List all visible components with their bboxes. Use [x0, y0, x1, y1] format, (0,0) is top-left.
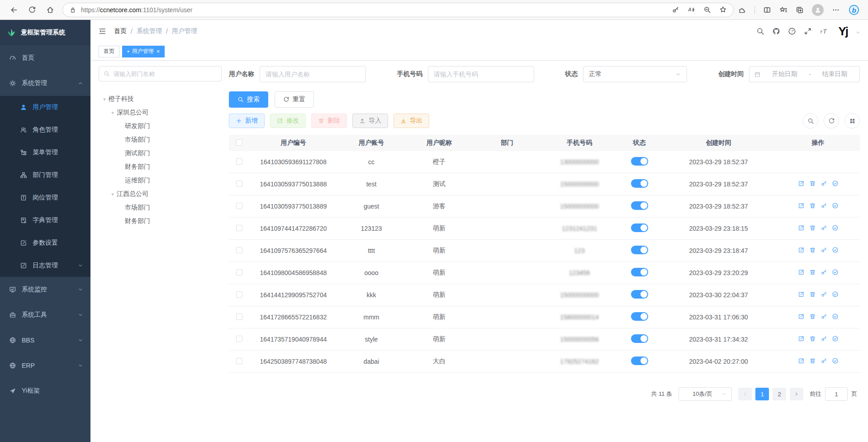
page-button-1[interactable]: 1 — [755, 388, 769, 400]
delete-icon[interactable] — [809, 224, 816, 231]
edit-icon[interactable] — [798, 224, 805, 231]
table-search-button[interactable] — [803, 113, 818, 128]
zoom-out-icon[interactable] — [703, 6, 711, 14]
extensions-icon[interactable] — [738, 6, 746, 14]
row-checkbox[interactable] — [236, 181, 242, 187]
browser-profile-avatar[interactable] — [812, 4, 824, 16]
fullscreen-icon[interactable] — [804, 27, 812, 35]
edit-icon[interactable] — [798, 202, 805, 209]
delete-icon[interactable] — [809, 335, 816, 342]
reset-password-icon[interactable] — [821, 357, 827, 364]
status-toggle[interactable] — [631, 157, 648, 166]
read-aloud-icon[interactable]: A — [688, 6, 695, 14]
sidebar-item-dict-mgmt[interactable]: 字典管理 — [0, 209, 90, 232]
sidebar-item-tools[interactable]: 系统工具 — [0, 302, 90, 328]
assign-role-icon[interactable] — [832, 224, 839, 231]
assign-role-icon[interactable] — [832, 180, 839, 187]
tree-node[interactable]: 运维部门 — [99, 174, 222, 187]
export-button[interactable]: 导出 — [394, 114, 429, 128]
prev-page-button[interactable] — [738, 388, 752, 400]
delete-icon[interactable] — [809, 180, 816, 187]
sidebar-item-user-mgmt[interactable]: 用户管理 — [0, 96, 90, 119]
table-refresh-button[interactable] — [824, 113, 839, 128]
tree-node[interactable]: ▾深圳总公司 — [99, 106, 222, 119]
select-all-checkbox[interactable] — [236, 139, 242, 146]
assign-role-icon[interactable] — [832, 269, 839, 276]
status-toggle[interactable] — [631, 334, 648, 343]
tree-node[interactable]: ▾橙子科技 — [99, 92, 222, 106]
status-toggle[interactable] — [631, 201, 648, 210]
reset-button[interactable]: 重置 — [275, 91, 314, 108]
tree-node[interactable]: 研发部门 — [99, 119, 222, 133]
search-icon[interactable] — [756, 27, 764, 35]
sidebar-item-log-mgmt[interactable]: 日志管理 — [0, 254, 90, 277]
search-button[interactable]: 搜索 — [229, 91, 268, 108]
status-toggle[interactable] — [631, 179, 648, 188]
delete-button[interactable]: 删除 — [311, 114, 347, 128]
reset-password-icon[interactable] — [821, 247, 827, 253]
browser-home-icon[interactable] — [46, 6, 54, 14]
sidebar-item-dept-mgmt[interactable]: 部门管理 — [0, 164, 90, 186]
add-button[interactable]: 新增 — [229, 114, 265, 128]
delete-icon[interactable] — [809, 202, 816, 209]
font-size-icon[interactable]: TT — [820, 27, 828, 35]
user-avatar[interactable]: Yj — [838, 25, 848, 37]
sidebar-item-system[interactable]: 系统管理 — [0, 71, 90, 96]
assign-role-icon[interactable] — [832, 247, 839, 253]
reset-password-icon[interactable] — [821, 291, 827, 298]
breadcrumb-item[interactable]: 系统管理 — [137, 27, 162, 35]
sidebar-item-post-mgmt[interactable]: 岗位管理 — [0, 186, 90, 209]
edit-icon[interactable] — [798, 357, 805, 364]
next-page-button[interactable] — [790, 388, 803, 400]
row-checkbox[interactable] — [236, 314, 242, 320]
row-checkbox[interactable] — [236, 336, 242, 342]
reset-password-icon[interactable] — [821, 313, 827, 320]
sidebar-item-yi-framework[interactable]: Yi框架 — [0, 378, 90, 404]
edit-icon[interactable] — [798, 269, 805, 276]
sidebar-item-param-settings[interactable]: 参数设置 — [0, 232, 90, 254]
sidebar-item-menu-mgmt[interactable]: 菜单管理 — [0, 141, 90, 164]
tree-node[interactable]: 财务部门 — [99, 214, 222, 228]
sidebar-item-bbs[interactable]: BBS — [0, 328, 90, 353]
tree-node[interactable]: 测试部门 — [99, 147, 222, 160]
status-toggle[interactable] — [631, 356, 648, 365]
github-icon[interactable] — [772, 27, 780, 35]
caret-down-icon[interactable]: ▾ — [109, 110, 117, 116]
address-bar[interactable]: https://ccnetcore.com:1101/system/user A — [62, 3, 734, 17]
edit-icon[interactable] — [798, 313, 805, 320]
tab-user-mgmt[interactable]: ● 用户管理 × — [122, 46, 165, 57]
assign-role-icon[interactable] — [832, 291, 839, 298]
tree-node[interactable]: 市场部门 — [99, 201, 222, 214]
edit-icon[interactable] — [798, 335, 805, 342]
row-checkbox[interactable] — [236, 247, 242, 253]
tab-home[interactable]: 首页 — [99, 46, 119, 57]
row-checkbox[interactable] — [236, 158, 242, 165]
date-range-picker[interactable]: 开始日期 - 结束日期 — [749, 66, 860, 82]
edit-icon[interactable] — [798, 247, 805, 253]
delete-icon[interactable] — [809, 357, 816, 364]
row-checkbox[interactable] — [236, 225, 242, 231]
sidebar-item-role-mgmt[interactable]: 角色管理 — [0, 119, 90, 141]
browser-reload-icon[interactable] — [28, 6, 36, 14]
edit-button[interactable]: 修改 — [270, 114, 306, 128]
tree-node[interactable]: 财务部门 — [99, 160, 222, 174]
tree-node[interactable]: ▾江西总公司 — [99, 187, 222, 201]
delete-icon[interactable] — [809, 247, 816, 253]
assign-role-icon[interactable] — [832, 357, 839, 364]
edit-icon[interactable] — [798, 180, 805, 187]
status-toggle[interactable] — [631, 268, 648, 276]
caret-down-icon[interactable]: ▾ — [100, 96, 109, 102]
sidebar-item-home[interactable]: 首页 — [0, 45, 90, 71]
collections-icon[interactable] — [796, 6, 804, 14]
browser-menu-icon[interactable] — [832, 6, 840, 14]
status-toggle[interactable] — [631, 312, 648, 321]
avatar-caret-icon[interactable] — [855, 30, 861, 35]
tree-node[interactable]: 市场部门 — [99, 133, 222, 147]
bing-chat-button[interactable]: b — [848, 4, 860, 16]
row-checkbox[interactable] — [236, 203, 242, 209]
row-checkbox[interactable] — [236, 291, 242, 298]
url-text[interactable]: https://ccnetcore.com:1101/system/user — [81, 6, 667, 14]
row-checkbox[interactable] — [236, 358, 242, 364]
favorites-icon[interactable] — [779, 6, 787, 14]
assign-role-icon[interactable] — [832, 313, 839, 320]
